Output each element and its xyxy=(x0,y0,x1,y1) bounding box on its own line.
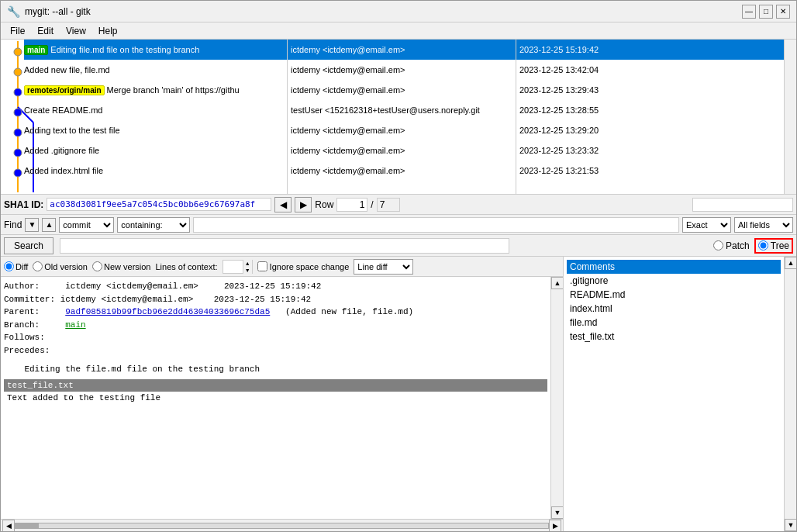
find-containing-select[interactable]: containing: not containing: regexp: xyxy=(117,217,190,233)
svg-point-7 xyxy=(14,129,22,136)
sha-extra-input[interactable] xyxy=(692,198,793,212)
author-3: testUser <152162318+testUser@users.norep… xyxy=(291,105,480,115)
main-window: 🔧 mygit: --all - gitk — □ ✕ File Edit Vi… xyxy=(0,0,797,532)
sort-down-button[interactable]: ▼ xyxy=(25,218,39,232)
ignore-space-label[interactable]: Ignore space change xyxy=(257,261,350,271)
sort-up-button[interactable]: ▲ xyxy=(42,218,56,232)
tree-vscroll-down-btn[interactable]: ▼ xyxy=(785,519,796,531)
diff-scroll-wrap: Author: ictdemy <ictdemy@email.em> 2023-… xyxy=(1,277,563,519)
tree-radio[interactable] xyxy=(758,240,768,250)
date-1: 2023-12-25 13:42:04 xyxy=(519,65,599,74)
tree-content: Comments .gitignore README.md index.html… xyxy=(564,257,784,531)
patch-radio[interactable] xyxy=(713,240,723,250)
context-input-wrap: 3 ▲ ▼ xyxy=(223,260,253,274)
row-label: Row xyxy=(315,199,333,210)
hscroll-right-btn[interactable]: ▶ xyxy=(549,520,561,532)
find-label: Find xyxy=(4,219,22,230)
context-spin-down[interactable]: ▼ xyxy=(243,267,252,274)
author-field-label: Author: xyxy=(4,282,60,291)
vscroll-up-btn[interactable]: ▲ xyxy=(551,277,563,289)
branch-value-link[interactable]: main xyxy=(65,320,85,330)
vscroll-down-btn[interactable]: ▼ xyxy=(551,506,563,519)
tree-vscroll: ▲ ▼ xyxy=(784,257,796,531)
committer-line: Committer: ictdemy <ictdemy@email.em> 20… xyxy=(4,293,547,306)
tree-vscroll-track xyxy=(785,269,796,519)
date-3: 2023-12-25 13:28:55 xyxy=(519,105,599,115)
author-panel: ictdemy <ictdemy@email.em> ictdemy <ictd… xyxy=(288,40,516,194)
exact-select[interactable]: Exact IgnCase Regexp xyxy=(682,217,731,233)
minimize-button[interactable]: — xyxy=(742,5,756,19)
date-6: 2023-12-25 13:21:53 xyxy=(519,166,599,175)
context-input[interactable]: 3 xyxy=(223,262,243,271)
commit-message-line: Editing the file.md file on the testing … xyxy=(4,363,547,376)
menu-edit[interactable]: Edit xyxy=(31,24,60,37)
patch-label: Patch xyxy=(726,240,750,251)
diff-filename: test_file.txt xyxy=(7,381,74,390)
follows-line: Follows: xyxy=(4,331,547,344)
fields-select[interactable]: All fields Headline Comments Author Comm… xyxy=(734,217,793,233)
diff-text: Text added to the testing file xyxy=(4,392,547,404)
diff-vscroll: ▲ ▼ xyxy=(550,277,563,519)
commit-graph-area: main Editing file.md file on the testing… xyxy=(1,40,796,195)
patch-tree-group: Patch Tree xyxy=(713,238,793,254)
patch-radio-label[interactable]: Patch xyxy=(713,240,750,251)
menu-help[interactable]: Help xyxy=(92,24,124,37)
main-content: Diff Old version New version Lines of co… xyxy=(1,257,796,531)
search-bar: Search Patch Tree xyxy=(1,235,796,257)
author-6: ictdemy <ictdemy@email.em> xyxy=(291,166,405,175)
author-4: ictdemy <ictdemy@email.em> xyxy=(291,126,405,135)
date-0: 2023-12-25 15:19:42 xyxy=(519,45,599,54)
new-version-radio-label[interactable]: New version xyxy=(92,261,151,271)
ignore-space-text: Ignore space change xyxy=(270,262,350,271)
tree-item-filemd[interactable]: file.md xyxy=(567,316,781,330)
old-version-radio-label[interactable]: Old version xyxy=(33,261,88,271)
diff-type-select[interactable]: Line diff Markup diff Word diff xyxy=(354,259,413,275)
old-version-radio[interactable] xyxy=(33,261,43,271)
hscroll-left-btn[interactable]: ◀ xyxy=(2,520,15,532)
diff-radio[interactable] xyxy=(4,261,14,271)
date-panel: 2023-12-25 15:19:42 2023-12-25 13:42:04 … xyxy=(516,40,796,194)
author-1: ictdemy <ictdemy@email.em> xyxy=(291,65,405,74)
sha-prev-button[interactable]: ◀ xyxy=(274,197,292,212)
vscroll-track xyxy=(551,289,563,506)
tree-radio-label[interactable]: Tree xyxy=(754,238,793,254)
tree-item-comments[interactable]: Comments xyxy=(567,260,781,274)
row-total: 7 xyxy=(377,198,400,212)
parent-desc xyxy=(275,307,281,316)
sha-input[interactable] xyxy=(47,198,271,211)
precedes-label: Precedes: xyxy=(4,346,50,355)
new-version-radio[interactable] xyxy=(92,261,102,271)
tree-vscroll-up-btn[interactable]: ▲ xyxy=(785,257,796,269)
diff-label: Diff xyxy=(16,262,28,271)
title-bar: 🔧 mygit: --all - gitk — □ ✕ xyxy=(1,1,796,22)
date-2: 2023-12-25 13:29:43 xyxy=(519,85,599,95)
menu-view[interactable]: View xyxy=(60,24,92,37)
svg-point-5 xyxy=(14,88,22,96)
close-button[interactable]: ✕ xyxy=(776,5,790,19)
search-button[interactable]: Search xyxy=(4,237,53,254)
row-current-input[interactable] xyxy=(336,198,367,212)
diff-options: Diff Old version New version Lines of co… xyxy=(1,257,563,277)
author-field-date xyxy=(203,282,219,291)
tree-item-gitignore[interactable]: .gitignore xyxy=(567,274,781,288)
svg-point-4 xyxy=(14,68,22,76)
maximize-button[interactable]: □ xyxy=(759,5,773,19)
search-input[interactable] xyxy=(60,238,509,254)
diff-radio-label[interactable]: Diff xyxy=(4,261,28,271)
find-row: Find ▼ ▲ commit author committer file co… xyxy=(1,215,796,235)
find-type-select[interactable]: commit author committer file xyxy=(59,217,114,233)
tree-item-readme[interactable]: README.md xyxy=(567,288,781,302)
author-2: ictdemy <ictdemy@email.em> xyxy=(291,85,405,95)
context-spin-up[interactable]: ▲ xyxy=(243,260,252,267)
find-input[interactable] xyxy=(193,217,679,233)
menu-file[interactable]: File xyxy=(4,24,31,37)
tree-item-index[interactable]: index.html xyxy=(567,302,781,316)
menu-bar: File Edit View Help xyxy=(1,22,796,40)
tree-item-testfile[interactable]: test_file.txt xyxy=(567,330,781,344)
sha-next-button[interactable]: ▶ xyxy=(295,197,312,212)
author-0: ictdemy <ictdemy@email.em> xyxy=(291,45,405,54)
parent-hash-link[interactable]: 9adf085819b99fbcb96e2dd46304033696c75da5 xyxy=(65,307,270,316)
svg-point-3 xyxy=(14,48,22,56)
tree-panel: Comments .gitignore README.md index.html… xyxy=(564,257,796,531)
ignore-space-checkbox[interactable] xyxy=(257,261,267,271)
